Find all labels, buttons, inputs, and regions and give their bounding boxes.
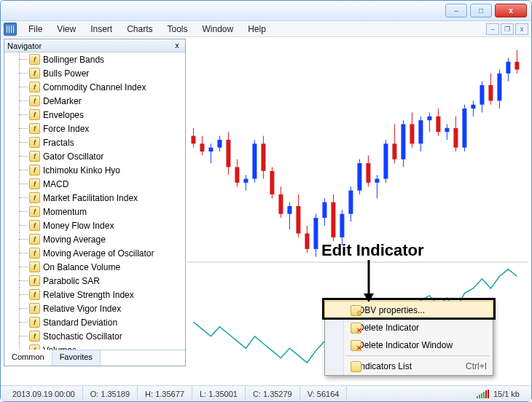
svg-rect-24 [287, 206, 292, 214]
menu-insert[interactable]: Insert [83, 23, 120, 36]
indicator-item[interactable]: fBulls Power [4, 66, 185, 80]
menu-file[interactable]: File [21, 23, 50, 36]
indicator-item[interactable]: fMoney Flow Index [4, 218, 185, 232]
indicator-item[interactable]: fCommodity Channel Index [4, 80, 185, 94]
svg-rect-46 [383, 143, 388, 178]
menu-window[interactable]: Window [195, 23, 241, 36]
window-maximize-button[interactable]: □ [470, 4, 492, 17]
indicator-label: Momentum [43, 207, 87, 217]
mdi-close-button[interactable]: x [515, 23, 528, 35]
ctx-indicators-list-shortcut: Ctrl+I [466, 361, 487, 371]
svg-rect-54 [418, 120, 423, 143]
svg-rect-36 [340, 214, 344, 237]
indicator-icon: f [29, 248, 40, 259]
svg-rect-2 [191, 136, 195, 144]
indicator-label: Fractals [43, 138, 74, 148]
indicator-item[interactable]: fRelative Strength Index [4, 288, 185, 302]
indicator-icon: f [29, 54, 40, 65]
indicator-item[interactable]: fVolumes [4, 343, 185, 350]
tab-favorites[interactable]: Favorites [52, 350, 101, 366]
menu-charts[interactable]: Charts [120, 23, 160, 36]
status-low: L: 1.35001 [192, 386, 246, 401]
indicator-icon: f [29, 344, 40, 350]
indicator-label: Force Index [43, 124, 89, 134]
menubar: FileViewInsertChartsToolsWindowHelp – ❐ … [1, 21, 531, 37]
svg-rect-30 [313, 218, 318, 249]
indicator-icon: f [29, 261, 40, 272]
mdi-restore-button[interactable]: ❐ [501, 23, 514, 35]
window-minimize-button[interactable]: – [445, 4, 467, 17]
navigator-close-button[interactable]: x [172, 41, 182, 51]
navigator-tree[interactable]: fBollinger BandsfBulls PowerfCommodity C… [4, 52, 185, 350]
ctx-obv-properties[interactable]: OBV properties... [324, 301, 493, 320]
svg-rect-62 [453, 128, 458, 148]
indicator-label: Envelopes [43, 110, 84, 120]
indicator-label: Stochastic Oscillator [43, 331, 122, 342]
svg-rect-22 [278, 194, 283, 214]
indicator-item[interactable]: fEnvelopes [4, 108, 185, 122]
ctx-indicators-list[interactable]: Indicators List Ctrl+I [325, 358, 493, 375]
menu-help[interactable]: Help [240, 23, 273, 36]
indicator-item[interactable]: fOn Balance Volume [4, 260, 185, 274]
status-open: O: 1.35189 [83, 386, 138, 401]
indicator-icon: f [29, 82, 40, 92]
indicator-label: Parabolic SAR [43, 276, 100, 286]
indicator-item[interactable]: fStochastic Oscillator [4, 329, 185, 343]
indicator-icon: f [29, 331, 40, 342]
indicator-item[interactable]: fForce Index [4, 122, 185, 135]
indicator-label: Bollinger Bands [43, 55, 104, 65]
statusbar: 2013.09.19 00:00 O: 1.35189 H: 1.35677 L… [1, 385, 531, 401]
indicator-item[interactable]: fParabolic SAR [4, 274, 185, 288]
indicator-label: DeMarker [43, 96, 82, 106]
indicator-icon: f [29, 137, 40, 148]
indicator-icon: f [29, 95, 40, 106]
indicator-item[interactable]: fDeMarker [4, 94, 185, 108]
ctx-delete-indicator[interactable]: Delete Indicator [325, 319, 493, 336]
indicator-icon: f [29, 317, 40, 328]
svg-rect-6 [208, 148, 213, 151]
indicator-item[interactable]: fFractals [4, 135, 185, 149]
titlebar[interactable]: – □ x [1, 1, 531, 21]
indicators-list-icon [351, 361, 361, 372]
indicator-icon: f [29, 165, 40, 176]
indicator-item[interactable]: fRelative Vigor Index [4, 302, 185, 315]
properties-icon [351, 305, 361, 316]
indicator-item[interactable]: fStandard Deviation [4, 315, 185, 329]
indicator-item[interactable]: fMoving Average of Oscillator [4, 246, 185, 260]
indicator-item[interactable]: fMoving Average [4, 232, 185, 246]
navigator-tabs: Common Favorites [4, 350, 185, 366]
tab-common[interactable]: Common [4, 350, 52, 366]
svg-rect-8 [217, 140, 222, 148]
indicator-label: Moving Average [43, 234, 106, 245]
svg-rect-52 [410, 125, 414, 144]
delete-window-icon [351, 340, 361, 351]
indicator-item[interactable]: fMACD [4, 177, 185, 191]
status-close: C: 1.35279 [246, 386, 300, 401]
navigator-titlebar[interactable]: Navigator x [4, 39, 185, 52]
menu-view[interactable]: View [50, 23, 83, 36]
svg-rect-42 [366, 163, 370, 183]
indicator-label: Volumes [43, 345, 77, 350]
indicator-item[interactable]: fMarket Facilitation Index [4, 191, 185, 205]
indicator-item[interactable]: fMomentum [4, 205, 185, 218]
indicator-icon: f [29, 109, 40, 120]
svg-rect-66 [471, 105, 475, 109]
svg-rect-32 [322, 202, 326, 218]
mdi-minimize-button[interactable]: – [486, 23, 499, 35]
delete-indicator-icon [351, 323, 361, 334]
navigator-title: Navigator [7, 42, 42, 50]
context-menu: OBV properties... Delete Indicator Delet… [324, 301, 493, 376]
indicator-label: Moving Average of Oscillator [43, 248, 154, 259]
indicator-item[interactable]: fBollinger Bands [4, 52, 185, 66]
indicator-icon: f [29, 289, 40, 300]
window-close-button[interactable]: x [495, 4, 527, 17]
indicator-label: Ichimoku Kinko Hyo [43, 165, 120, 176]
svg-rect-44 [375, 179, 379, 183]
svg-rect-26 [296, 206, 300, 234]
svg-rect-48 [392, 143, 396, 159]
svg-rect-10 [226, 140, 230, 168]
indicator-item[interactable]: fIchimoku Kinko Hyo [4, 163, 185, 177]
ctx-delete-window[interactable]: Delete Indicator Window [325, 336, 493, 354]
indicator-item[interactable]: fGator Oscillator [4, 149, 185, 163]
menu-tools[interactable]: Tools [160, 23, 195, 36]
